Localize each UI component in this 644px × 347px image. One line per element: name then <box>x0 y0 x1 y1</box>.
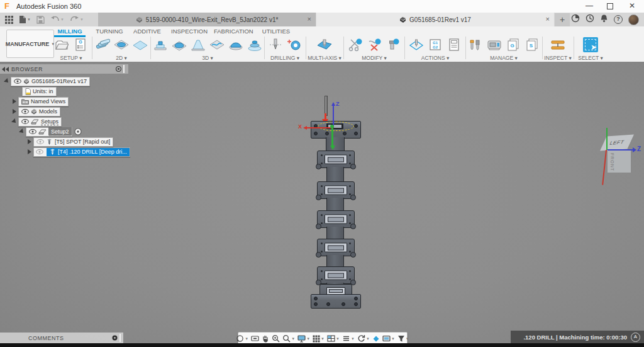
create-nc-program-icon[interactable]: G <box>72 37 89 53</box>
expanded-arrow-icon[interactable] <box>11 118 18 125</box>
browser-row-models[interactable]: Models <box>0 106 128 117</box>
workspace-switcher[interactable]: MANUFACTURE▼ <box>6 30 54 58</box>
display-settings-icon[interactable]: ▼ <box>297 335 310 343</box>
setup-activate-icon[interactable] <box>74 128 82 135</box>
swarf-icon[interactable] <box>316 37 333 53</box>
scallop-icon[interactable] <box>228 37 244 53</box>
visibility-eye-icon[interactable] <box>21 109 29 114</box>
trim-toolpath-icon[interactable] <box>347 37 364 53</box>
templates-library-icon[interactable]: S <box>524 37 540 53</box>
help-icon[interactable]: ? <box>614 15 623 24</box>
zoom-icon[interactable] <box>272 334 280 343</box>
expanded-arrow-icon[interactable] <box>4 78 10 84</box>
status-badge-icon[interactable]: A <box>631 333 640 342</box>
collapse-panel-icon[interactable] <box>2 67 9 72</box>
group-label-modify[interactable]: MODIFY ▾ <box>345 55 403 61</box>
passes-icon[interactable]: ▼ <box>342 335 355 342</box>
browser-row-document[interactable]: G051685-01Rev1 v17 <box>0 76 128 86</box>
group-label-select[interactable]: SELECT ▾ <box>575 55 606 61</box>
panel-options-icon[interactable] <box>116 66 121 72</box>
new-setup-icon[interactable] <box>53 37 70 53</box>
post-process-icon[interactable]: G1G2 <box>427 37 443 53</box>
viewports-icon[interactable]: ▼ <box>327 335 340 342</box>
comments-resize-handle[interactable] <box>119 334 121 342</box>
ribbon-tab-additive[interactable]: ADDITIVE <box>132 28 162 35</box>
visibility-eye-icon[interactable] <box>36 149 43 154</box>
close-button[interactable]: ✕ <box>623 0 641 13</box>
tool-library-icon[interactable] <box>467 37 484 53</box>
browser-row-operation-t5[interactable]: [T5] SPOT [Rapid out] <box>0 137 128 147</box>
collapsed-arrow-icon[interactable] <box>28 149 31 154</box>
group-label-setup[interactable]: SETUP ▾ <box>52 55 91 61</box>
visibility-eye-icon[interactable] <box>21 119 29 124</box>
collapsed-arrow-icon[interactable] <box>28 139 31 144</box>
2d-adaptive-icon[interactable] <box>94 37 111 53</box>
browser-row-units[interactable]: Units: in <box>0 86 128 96</box>
setup-sheet-icon[interactable] <box>446 37 462 53</box>
2d-pocket-icon[interactable] <box>113 37 130 53</box>
delete-passes-icon[interactable] <box>366 37 382 53</box>
group-label-multiaxis[interactable]: MULTI-AXIS ▾ <box>307 55 342 61</box>
select-icon[interactable]: ➤ <box>582 37 599 53</box>
collapsed-arrow-icon[interactable] <box>13 99 16 104</box>
collapsed-arrow-icon[interactable] <box>13 109 16 114</box>
viewport-canvas[interactable]: BROWSER G051685-01Rev1 v17 <box>0 62 644 343</box>
machine-display-icon[interactable]: ▼ <box>382 335 395 342</box>
view-cube-top-face[interactable]: LEFT <box>600 135 634 151</box>
notifications-icon[interactable] <box>600 14 608 25</box>
rapid-diamond-icon[interactable] <box>372 335 380 343</box>
file-icon[interactable]: ▼ <box>19 15 31 24</box>
machine-library-icon[interactable] <box>486 37 502 53</box>
drill-icon[interactable] <box>267 37 284 53</box>
view-cube-front-face[interactable]: FRONT <box>608 149 631 173</box>
browser-row-named-views[interactable]: Named Views <box>0 96 128 106</box>
ribbon-tab-inspection[interactable]: INSPECTION <box>171 28 206 35</box>
wcs-origin-point[interactable] <box>330 125 334 128</box>
browser-row-operation-t4-selected[interactable]: [T4] .120 DRILL [Deep dri... <box>0 147 128 157</box>
3d-pocket-icon[interactable] <box>171 37 187 53</box>
expanded-arrow-icon[interactable] <box>19 128 25 135</box>
post-library-icon[interactable]: G <box>505 37 521 53</box>
orbit-icon[interactable]: ▼ <box>236 334 248 343</box>
simulate-icon[interactable] <box>408 37 425 53</box>
parallel-icon[interactable] <box>209 37 225 53</box>
user-avatar[interactable] <box>628 14 639 25</box>
job-status-icon[interactable] <box>586 14 594 25</box>
group-label-drilling[interactable]: DRILLING ▾ <box>265 55 304 61</box>
close-tab-icon[interactable]: × <box>308 15 311 23</box>
regenerate-icon[interactable]: ▼ <box>357 334 370 343</box>
data-panel-grid-icon[interactable] <box>5 16 13 24</box>
minimize-button[interactable]: — <box>580 0 599 13</box>
save-icon[interactable] <box>36 16 45 24</box>
visibility-filter-icon[interactable]: ▼ <box>397 335 409 343</box>
ribbon-tab-turning[interactable]: TURNING <box>94 28 125 35</box>
steep-and-shallow-icon[interactable] <box>190 37 206 53</box>
group-label-inspect[interactable]: INSPECT ▾ <box>543 55 573 61</box>
close-tab-icon[interactable]: × <box>546 15 550 23</box>
browser-row-setups[interactable]: Setups <box>0 117 128 127</box>
undo-icon[interactable]: ▼ <box>50 16 64 23</box>
3d-adaptive-icon[interactable] <box>152 37 169 53</box>
fixture-avoidance-icon[interactable] <box>385 37 401 53</box>
pan-icon[interactable] <box>262 335 269 343</box>
document-tab-active[interactable]: G051685-01Rev1 v17 × <box>316 13 554 26</box>
spiral-ramp-icon[interactable] <box>247 37 263 53</box>
maximize-button[interactable] <box>601 0 619 13</box>
hole-recognition-icon[interactable] <box>286 37 303 53</box>
browser-row-setup2[interactable]: Setup2 <box>0 127 128 137</box>
panel-resize-handle[interactable] <box>123 65 125 73</box>
grid-snaps-icon[interactable]: ▼ <box>313 335 325 343</box>
look-at-icon[interactable] <box>251 335 259 342</box>
comments-expand-icon[interactable] <box>112 335 118 341</box>
visibility-eye-icon[interactable] <box>36 139 44 144</box>
group-label-manage[interactable]: MANAGE ▾ <box>467 55 540 61</box>
extensions-icon[interactable] <box>571 14 580 25</box>
measure-icon[interactable] <box>550 37 566 53</box>
document-tab-inactive[interactable]: 5159-0000-410_Wire-Exit_RevB_5Jan2022 v1… <box>98 13 316 26</box>
ribbon-tab-utilities[interactable]: UTILITIES <box>260 28 292 35</box>
ribbon-tab-fabrication[interactable]: FABRICATION <box>214 28 253 35</box>
group-label-2d[interactable]: 2D ▾ <box>94 55 149 61</box>
redo-icon[interactable]: ▼ <box>70 16 84 23</box>
group-label-3d[interactable]: 3D ▾ <box>152 55 263 61</box>
group-label-actions[interactable]: ACTIONS ▾ <box>406 55 464 61</box>
